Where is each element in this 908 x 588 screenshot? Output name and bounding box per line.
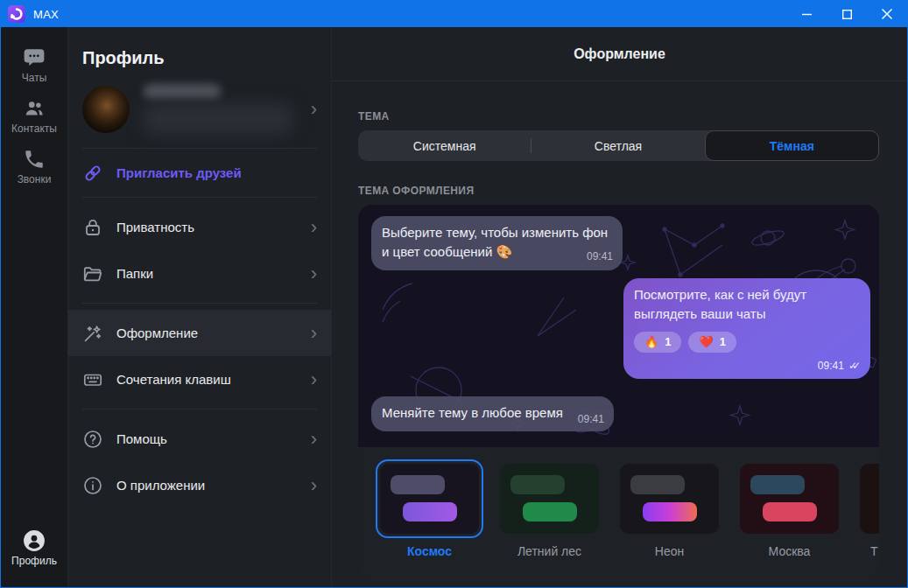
theme-label-moscow[interactable]: Москва xyxy=(736,544,843,558)
titlebar: MAX xyxy=(1,1,907,27)
invite-friends-button[interactable]: Пригласить друзей xyxy=(68,149,331,197)
heart-emoji-icon: ❤️ xyxy=(699,334,713,351)
profile-icon xyxy=(23,529,46,552)
profile-panel: Профиль › Пригласить друзей xyxy=(68,27,332,587)
theme-option-system[interactable]: Системная xyxy=(358,130,531,161)
theme-thumb-moscow[interactable] xyxy=(736,459,843,538)
menu-item-label: Приватность xyxy=(116,220,194,234)
read-checkmarks-icon: ✓✓ xyxy=(848,359,861,374)
theme-thumb-summer-forest[interactable] xyxy=(496,459,603,538)
app-title: MAX xyxy=(33,8,59,21)
theme-thumb-neon[interactable] xyxy=(616,459,723,538)
message-text: Выберите тему, чтобы изменить фон и цвет… xyxy=(382,225,608,259)
info-icon xyxy=(82,475,103,496)
app-window: MAX Чаты xyxy=(0,0,908,588)
theme-thumb-cosmos[interactable] xyxy=(376,459,483,538)
max-logo-icon xyxy=(8,5,25,23)
theme-thumb-partial[interactable] xyxy=(855,459,879,538)
message-time: 09:41 xyxy=(587,249,613,264)
chevron-right-icon: › xyxy=(311,218,317,237)
theme-preview-card: Выберите тему, чтобы изменить фон и цвет… xyxy=(358,205,879,581)
nav-chats-label: Чаты xyxy=(22,72,47,84)
calls-icon xyxy=(23,148,46,171)
chevron-right-icon: › xyxy=(311,476,317,495)
reaction-heart[interactable]: ❤️ 1 xyxy=(688,332,736,354)
chevron-right-icon: › xyxy=(311,370,317,389)
chevron-right-icon: › xyxy=(311,100,317,119)
chat-preview: Выберите тему, чтобы изменить фон и цвет… xyxy=(358,205,879,447)
theme-label-cosmos[interactable]: Космос xyxy=(376,544,483,558)
menu-item-help[interactable]: Помощь › xyxy=(68,416,331,462)
nav-chats[interactable]: Чаты xyxy=(1,41,67,92)
appearance-title: Оформление xyxy=(574,46,665,62)
close-button[interactable] xyxy=(867,1,907,27)
chevron-right-icon: › xyxy=(311,264,317,284)
magic-wand-icon xyxy=(82,323,103,344)
menu-item-appearance[interactable]: Оформление › xyxy=(68,310,331,356)
menu-item-label: Сочетания клавиш xyxy=(116,372,231,387)
reactions: 🔥 1 ❤️ 1 xyxy=(634,332,860,354)
preview-message-in-1: Выберите тему, чтобы изменить фон и цвет… xyxy=(371,216,623,270)
chevron-right-icon: › xyxy=(311,430,317,449)
theme-segmented-control: Системная Светлая Тёмная xyxy=(358,130,879,161)
nav-profile[interactable]: Профиль xyxy=(1,524,67,575)
nav-calls[interactable]: Звонки xyxy=(1,143,67,193)
theme-section-label: ТЕМА xyxy=(358,110,879,122)
menu-item-label: Папки xyxy=(116,266,153,281)
menu-item-privacy[interactable]: Приватность › xyxy=(68,204,331,250)
theme-label-summer-forest[interactable]: Летний лес xyxy=(496,544,603,558)
fire-emoji-icon: 🔥 xyxy=(644,334,658,351)
nav-contacts[interactable]: Контакты xyxy=(1,92,67,143)
maximize-button[interactable] xyxy=(827,1,867,27)
menu-item-about[interactable]: О приложении › xyxy=(68,462,331,508)
menu-item-folders[interactable]: Папки › xyxy=(68,250,331,297)
message-time: 09:41 ✓✓ xyxy=(818,359,861,374)
nav-calls-label: Звонки xyxy=(18,173,52,186)
message-text: Меняйте тему в любое время xyxy=(382,405,563,420)
invite-friends-label: Пригласить друзей xyxy=(116,165,242,180)
help-icon xyxy=(82,429,103,450)
theme-thumbnails-area: Космос Летний лес Неон Москва Т xyxy=(358,447,879,581)
menu-item-label: Оформление xyxy=(116,326,198,340)
menu-item-label: О приложении xyxy=(116,478,205,493)
preview-message-in-2: Меняйте тему в любое время 09:41 xyxy=(371,396,614,431)
nav-rail: Чаты Контакты Звонки xyxy=(1,27,68,587)
profile-card[interactable]: › xyxy=(68,80,331,148)
link-icon xyxy=(82,163,103,184)
profile-panel-title: Профиль xyxy=(68,27,331,80)
theme-label-partial[interactable]: Т xyxy=(855,544,879,558)
preview-section-label: ТЕМА ОФОРМЛЕНИЯ xyxy=(358,185,879,197)
reaction-fire[interactable]: 🔥 1 xyxy=(634,332,681,354)
nav-contacts-label: Контакты xyxy=(11,122,57,135)
appearance-header: Оформление xyxy=(332,27,907,81)
nav-profile-label: Профиль xyxy=(11,555,57,567)
blurred-username xyxy=(144,84,292,134)
theme-option-dark[interactable]: Тёмная xyxy=(705,130,879,161)
chat-icon xyxy=(23,46,46,69)
menu-item-shortcuts[interactable]: Сочетания клавиш › xyxy=(68,356,331,402)
appearance-panel: Оформление ТЕМА Системная Светлая Тёмная… xyxy=(332,27,907,587)
minimize-button[interactable] xyxy=(786,1,827,27)
preview-message-out: Посмотрите, как с ней будут выглядеть ва… xyxy=(623,278,870,379)
keyboard-icon xyxy=(82,369,103,390)
avatar[interactable] xyxy=(82,86,130,133)
contacts-icon xyxy=(23,97,46,120)
reaction-count: 1 xyxy=(720,334,726,351)
lock-icon xyxy=(82,217,103,238)
menu-item-label: Помощь xyxy=(116,431,167,446)
theme-label-neon[interactable]: Неон xyxy=(616,544,723,558)
chevron-right-icon: › xyxy=(311,324,317,343)
theme-option-light[interactable]: Светлая xyxy=(531,130,704,161)
folder-icon xyxy=(82,263,103,284)
message-text: Посмотрите, как с ней будут выглядеть ва… xyxy=(634,287,806,321)
reaction-count: 1 xyxy=(665,334,671,351)
message-time: 09:41 xyxy=(578,412,604,427)
